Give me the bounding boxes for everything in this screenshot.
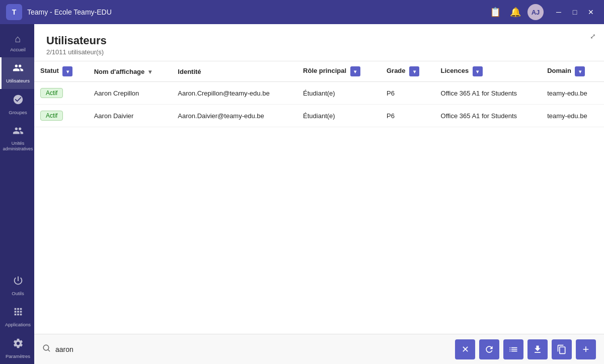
cell-domain: teamy-edu.be: [541, 105, 604, 127]
sidebar-item-applications[interactable]: Applications: [0, 301, 34, 332]
sidebar-item-utilisateurs[interactable]: Utilisateurs: [0, 57, 34, 88]
col-nom: Nom d'affichage ▾: [88, 61, 172, 82]
cell-identite: Aaron.Crepillon@teamy-edu.be: [172, 82, 297, 105]
col-nom-label: Nom d'affichage: [94, 68, 145, 75]
sidebar-item-accueil[interactable]: ⌂ Accueil: [0, 28, 34, 57]
sidebar-item-unites[interactable]: Unitésadministratives: [0, 120, 34, 157]
col-licences: Licences ▾: [435, 61, 542, 82]
search-icon: [42, 344, 51, 355]
bottom-bar: ✕ +: [34, 334, 604, 364]
add-user-button[interactable]: +: [576, 339, 596, 359]
col-statut: Statut ▾: [34, 61, 88, 82]
sidebar-label-groupes: Groupes: [9, 110, 27, 115]
table-row[interactable]: Actif Aaron Crepillon Aaron.Crepillon@te…: [34, 82, 604, 105]
sidebar-label-parametres: Paramètres: [6, 353, 30, 359]
refresh-button[interactable]: [479, 339, 499, 359]
copy-button[interactable]: [552, 339, 572, 359]
content-area: Utilisateurs 2/1011 utilisateur(s) ⤢ Sta…: [34, 24, 604, 364]
sidebar-label-applications: Applications: [5, 322, 31, 327]
cell-role: Étudiant(e): [297, 105, 381, 127]
cell-licences: Office 365 A1 for Students: [435, 105, 542, 127]
expand-icon[interactable]: ⤢: [590, 32, 596, 40]
titlebar-actions: 📋 🔔 AJ ─ □ ✕: [487, 4, 598, 20]
sidebar-item-parametres[interactable]: Paramètres: [0, 333, 34, 364]
sidebar-item-outils[interactable]: Outils: [0, 270, 34, 301]
notification-icon-btn[interactable]: 🔔: [507, 4, 523, 20]
cell-nom: Aaron Crepillon: [88, 82, 172, 105]
col-statut-label: Statut: [40, 67, 59, 74]
outils-icon: [13, 275, 24, 289]
col-domain-label: Domain: [547, 67, 571, 74]
role-filter-btn[interactable]: ▾: [350, 66, 360, 76]
status-badge: Actif: [40, 88, 63, 98]
cell-grade: P6: [381, 82, 435, 105]
sidebar-label-utilisateurs: Utilisateurs: [6, 78, 30, 83]
cell-identite: Aaron.Daivier@teamy-edu.be: [172, 105, 297, 127]
sidebar-label-outils: Outils: [12, 291, 24, 296]
download-button[interactable]: [527, 339, 548, 359]
maximize-button[interactable]: □: [568, 5, 582, 19]
groupes-icon: [13, 94, 24, 108]
user-avatar[interactable]: AJ: [527, 4, 544, 20]
cell-statut: Actif: [34, 82, 88, 105]
col-identite-label: Identité: [178, 68, 201, 75]
search-input[interactable]: [55, 345, 451, 353]
page-title: Utilisateurs: [46, 34, 592, 47]
col-grade: Grade ▾: [381, 61, 435, 82]
parametres-icon: [13, 338, 24, 351]
page-header: Utilisateurs 2/1011 utilisateur(s) ⤢: [34, 24, 604, 61]
applications-icon: [13, 306, 24, 320]
home-icon: ⌂: [15, 33, 21, 45]
clear-search-button[interactable]: ✕: [455, 339, 475, 359]
licences-filter-btn[interactable]: ▾: [473, 66, 483, 76]
cell-grade: P6: [381, 105, 435, 127]
clipboard-icon-btn[interactable]: 📋: [487, 4, 503, 20]
col-domain: Domain ▾: [541, 61, 604, 82]
statut-filter-btn[interactable]: ▾: [62, 66, 72, 76]
cell-role: Étudiant(e): [297, 82, 381, 105]
app-logo: T: [6, 4, 22, 20]
status-badge: Actif: [40, 111, 63, 121]
sidebar-label-accueil: Accueil: [10, 47, 26, 52]
table-header-row: Statut ▾ Nom d'affichage ▾ Identité Rôle…: [34, 61, 604, 82]
col-identite: Identité: [172, 61, 297, 82]
table-row[interactable]: Actif Aaron Daivier Aaron.Daivier@teamy-…: [34, 105, 604, 127]
window-controls: ─ □ ✕: [552, 5, 598, 19]
col-grade-label: Grade: [387, 67, 406, 74]
sidebar-label-unites: Unitésadministratives: [3, 141, 33, 152]
list-view-button[interactable]: [503, 339, 523, 359]
col-role-label: Rôle principal: [303, 67, 346, 74]
users-table: Statut ▾ Nom d'affichage ▾ Identité Rôle…: [34, 61, 604, 127]
page-subtitle: 2/1011 utilisateur(s): [46, 48, 592, 56]
cell-nom: Aaron Daivier: [88, 105, 172, 127]
col-licences-label: Licences: [441, 67, 469, 74]
cell-statut: Actif: [34, 105, 88, 127]
close-button[interactable]: ✕: [584, 5, 598, 19]
users-table-container: Statut ▾ Nom d'affichage ▾ Identité Rôle…: [34, 61, 604, 334]
app-title: Teamy - Ecole Teamy-EDU: [27, 8, 487, 16]
minimize-button[interactable]: ─: [552, 5, 566, 19]
unites-icon: [13, 125, 24, 139]
domain-filter-btn[interactable]: ▾: [575, 66, 585, 76]
cell-licences: Office 365 A1 for Students: [435, 82, 542, 105]
main-layout: ⌂ Accueil Utilisateurs Groupes Unitésadm…: [0, 24, 604, 364]
col-role: Rôle principal ▾: [297, 61, 381, 82]
titlebar: T Teamy - Ecole Teamy-EDU 📋 🔔 AJ ─ □ ✕: [0, 0, 604, 24]
grade-filter-btn[interactable]: ▾: [409, 66, 419, 76]
sidebar: ⌂ Accueil Utilisateurs Groupes Unitésadm…: [0, 24, 34, 364]
sidebar-item-groupes[interactable]: Groupes: [0, 89, 34, 120]
nom-sort-icon[interactable]: ▾: [148, 68, 152, 75]
cell-domain: teamy-edu.be: [541, 82, 604, 105]
users-icon: [13, 62, 24, 76]
